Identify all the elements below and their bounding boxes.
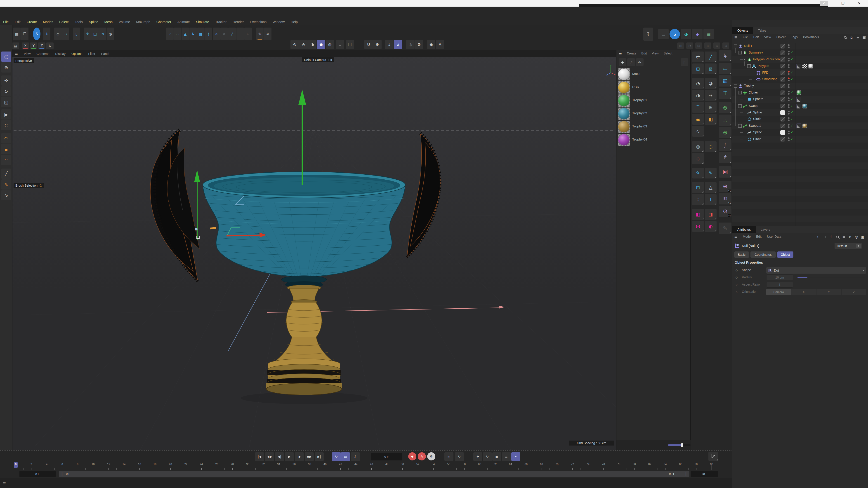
material-tag[interactable] [797, 90, 801, 95]
tree-row-symmetry-1[interactable]: −Symmetry✓ [733, 50, 868, 56]
scale-tool[interactable]: ◱ [1, 97, 11, 107]
render-visibility-dot[interactable] [788, 80, 789, 81]
prev-key-button[interactable]: ◀◆ [265, 452, 274, 461]
rectangle-spline-icon[interactable]: ▭ [719, 63, 732, 74]
text-tool[interactable]: T [705, 194, 717, 205]
ngon-tool[interactable]: ◇ [692, 153, 704, 164]
edge-rotate-tool[interactable]: ⇄ [692, 52, 704, 62]
expander-icon[interactable]: − [747, 64, 751, 68]
menu-spline[interactable]: Spline [89, 20, 98, 24]
menu-select[interactable]: Select [59, 20, 69, 24]
extrude-tool[interactable]: ⊞ [692, 64, 704, 74]
attributes-menu-mode[interactable]: Mode [743, 235, 751, 238]
autokey-button[interactable]: A [418, 452, 426, 460]
material-menu-more[interactable]: › [677, 52, 678, 55]
render-visibility-dot[interactable] [788, 53, 789, 55]
orientation-z[interactable]: Z [842, 289, 866, 295]
tab-attributes[interactable]: Attributes [733, 226, 756, 233]
menu-modes[interactable]: Modes [43, 20, 53, 24]
next-key-button[interactable]: ◆▶ [305, 452, 314, 461]
layer-toggle[interactable] [780, 130, 785, 135]
paint-select-small-tool[interactable]: ✎ [705, 168, 717, 178]
export-icon[interactable]: ↧ [643, 28, 653, 41]
delete-icon[interactable]: ▯ [73, 28, 80, 40]
expander-icon[interactable]: − [738, 91, 742, 94]
annotate-icon[interactable]: A [436, 40, 444, 49]
menu-help[interactable]: Help [291, 20, 298, 24]
mirror-tool[interactable]: ⋈ [692, 221, 704, 232]
render-visibility-dot[interactable] [788, 86, 789, 88]
cap-tool[interactable]: ◉ [692, 114, 704, 125]
snap-dashes-icon[interactable]: −·− [237, 28, 244, 40]
phong-tag[interactable] [797, 104, 801, 108]
snap-intersection-icon[interactable]: ✕ [213, 28, 220, 40]
expander-icon[interactable]: − [738, 51, 742, 55]
snap-vertex-icon[interactable]: ▲ [182, 28, 189, 40]
tree-row-smoothing-5[interactable]: Smoothing✓ [733, 76, 868, 83]
symmetry-icon[interactable]: ⋈ [719, 166, 732, 177]
trophy-base[interactable] [266, 285, 342, 395]
phong-tag[interactable] [797, 97, 801, 102]
viewport-3d[interactable]: ≡ViewCamerasDisplayOptionsFilterPanel Pe… [12, 50, 616, 450]
enabled-check-icon[interactable]: ✓ [790, 124, 793, 128]
editor-visibility-dot[interactable] [788, 111, 789, 112]
isolate-icon[interactable]: ◉ [427, 40, 435, 49]
menu-window[interactable]: Window [273, 20, 285, 24]
editor-visibility-dot[interactable] [788, 51, 789, 53]
enabled-check-icon[interactable]: ✓ [790, 57, 793, 61]
editor-visibility-dot[interactable] [788, 117, 789, 119]
material-menu-create[interactable]: Create [627, 52, 636, 55]
axis-y-button[interactable]: Y [30, 42, 37, 49]
tree-row-trophy-6[interactable]: −Trophy [733, 83, 868, 89]
extrude-delete-tool[interactable]: ⊠ [705, 64, 717, 74]
tree-row-null-1-0[interactable]: −Null.1 [733, 43, 868, 50]
material-item-trophy-04[interactable]: Trophy.04 [616, 133, 691, 147]
loop-button[interactable]: ↻ [332, 452, 341, 461]
editor-visibility-dot[interactable] [788, 137, 789, 139]
lock-icon[interactable]: ∩ [847, 234, 853, 240]
paint-brush-tool[interactable]: ╱ [1, 168, 11, 179]
stitch-tool[interactable]: ⊞ [705, 102, 717, 113]
menu-file[interactable]: File [3, 20, 8, 24]
sound-button[interactable]: ♪ [351, 452, 360, 461]
coordinates-icon[interactable]: ↕ [43, 28, 51, 40]
fill-selection-tool[interactable]: ◑ [692, 90, 704, 101]
render-visibility-dot[interactable] [788, 46, 789, 48]
material-menu-view[interactable]: View [652, 52, 658, 55]
polygons-mode-icon[interactable]: ◑ [308, 40, 316, 49]
axis-arrow-icon[interactable]: ↳ [719, 50, 732, 61]
restore-button[interactable]: ❐ [839, 1, 846, 6]
expander-icon[interactable]: − [743, 58, 746, 61]
end-frame-field[interactable]: 90 F [691, 471, 718, 477]
orientation-x[interactable]: X [792, 289, 816, 295]
key-filter-button[interactable]: ✂ [511, 452, 520, 461]
material-menu-edit[interactable]: Edit [641, 52, 647, 55]
orientation-y[interactable]: Y [816, 289, 841, 295]
close-button[interactable]: ✕ [856, 1, 863, 6]
snap-workplane-icon[interactable]: ∟ [244, 28, 252, 40]
layer-toggle[interactable] [780, 137, 785, 142]
point-circle-tool[interactable]: ◍ [692, 141, 704, 152]
search-icon[interactable] [835, 234, 840, 240]
enabled-check-icon[interactable]: ✓ [790, 90, 793, 95]
hamburger-icon[interactable]: ≡ [734, 35, 738, 39]
bevel-tool[interactable]: ◧ [705, 114, 717, 125]
trophy-bowl[interactable] [203, 172, 405, 278]
render-visibility-dot[interactable] [788, 100, 789, 101]
layer-toggle[interactable] [780, 84, 785, 88]
target-icon[interactable]: ◎ [854, 234, 860, 240]
material-item-trophy-02[interactable]: Trophy.02 [616, 107, 691, 120]
light-st-icon[interactable]: ⊙ST [719, 205, 732, 217]
node-grid-icon[interactable]: ▦ [704, 29, 714, 39]
phong-tag[interactable] [797, 124, 801, 128]
array-icon[interactable]: ∴ [719, 115, 732, 126]
material-tag[interactable] [802, 124, 807, 128]
param-key-button[interactable]: ≡ [502, 452, 511, 461]
quantize-icon[interactable]: # [394, 40, 402, 49]
edit-hex-icon[interactable]: ✎ [719, 223, 732, 234]
menu-animate[interactable]: Animate [178, 20, 190, 24]
sketch-pen-icon[interactable]: ✎ [256, 28, 264, 40]
enabled-check-icon[interactable]: ✓ [790, 77, 793, 81]
editor-visibility-dot[interactable] [788, 64, 789, 66]
objects-menu-file[interactable]: File [743, 35, 748, 39]
